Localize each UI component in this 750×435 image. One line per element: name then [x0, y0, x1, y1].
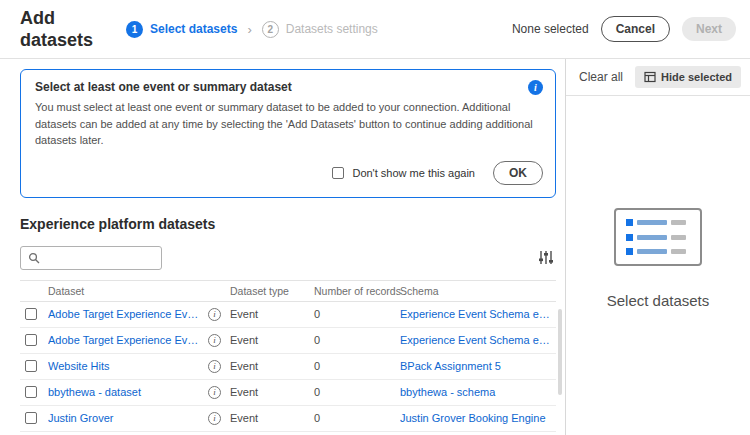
record-count-cell: 0 — [314, 360, 400, 372]
schema-link[interactable]: Experience Event Schema experienc... — [400, 308, 556, 320]
selected-datasets-panel: Clear all Hide selected Select datase — [566, 59, 750, 435]
empty-state: Select datasets — [566, 96, 750, 435]
next-button[interactable]: Next — [682, 17, 736, 41]
filter-settings-icon — [538, 250, 554, 265]
step-1-circle: 1 — [126, 21, 143, 38]
record-count-cell: 0 — [314, 308, 400, 320]
step-2-label: Datasets settings — [286, 22, 378, 36]
page-header: Add datasets 1 Select datasets 2 Dataset… — [0, 0, 750, 59]
step-select-datasets[interactable]: 1 Select datasets — [126, 21, 237, 38]
record-count-cell: 0 — [314, 412, 400, 424]
row-checkbox[interactable] — [25, 308, 37, 320]
row-checkbox[interactable] — [25, 334, 37, 346]
dataset-type-cell: Event — [230, 334, 314, 346]
cancel-button[interactable]: Cancel — [601, 16, 670, 42]
dataset-link[interactable]: Justin Grover — [48, 412, 208, 424]
record-count-cell: 0 — [314, 334, 400, 346]
column-header-dataset-type: Dataset type — [230, 285, 314, 297]
datasets-illustration — [614, 208, 702, 266]
header-actions: None selected Cancel Next — [512, 16, 736, 42]
datasets-toolbar — [20, 246, 556, 270]
row-checkbox[interactable] — [25, 386, 37, 398]
info-alert-header: Select at least one event or summary dat… — [35, 80, 543, 95]
record-count-cell: 0 — [314, 386, 400, 398]
info-alert: Select at least one event or summary dat… — [20, 69, 556, 198]
step-separator-chevron-icon — [247, 22, 251, 37]
step-datasets-settings[interactable]: 2 Datasets settings — [262, 21, 378, 38]
dataset-link[interactable]: Adobe Target Experience Events — [48, 308, 208, 320]
info-circle-icon[interactable] — [208, 386, 221, 399]
filter-settings-button[interactable] — [536, 248, 556, 267]
table-row[interactable]: Adobe Target Experience Events Event 0 E… — [20, 328, 556, 354]
table-row[interactable]: Justin Grover Event 0 Justin Grover Book… — [20, 406, 556, 432]
column-header-dataset: Dataset — [48, 285, 208, 297]
table-header-row: Dataset Dataset type Number of records S… — [20, 280, 556, 302]
dataset-link[interactable]: Website Hits — [48, 360, 208, 372]
row-checkbox[interactable] — [25, 360, 37, 372]
content-area: Select at least one event or summary dat… — [0, 59, 750, 435]
empty-state-label: Select datasets — [607, 292, 710, 309]
column-header-number-of-records: Number of records — [314, 285, 400, 297]
schema-link[interactable]: BPack Assignment 5 — [400, 360, 556, 372]
info-circle-icon[interactable] — [208, 360, 221, 373]
column-header-schema: Schema — [400, 285, 556, 297]
hide-selected-button[interactable]: Hide selected — [635, 66, 741, 88]
info-circle-icon[interactable] — [208, 334, 221, 347]
info-circle-icon[interactable] — [208, 412, 221, 425]
info-circle-icon[interactable] — [208, 308, 221, 321]
dataset-link[interactable]: bbythewa - dataset — [48, 386, 208, 398]
dataset-type-cell: Event — [230, 412, 314, 424]
step-1-label: Select datasets — [150, 22, 237, 36]
selected-panel-toolbar: Clear all Hide selected — [566, 59, 750, 96]
search-input[interactable] — [45, 252, 154, 264]
hide-selected-label: Hide selected — [661, 71, 732, 83]
dont-show-again-checkbox[interactable] — [332, 167, 344, 179]
dataset-type-cell: Event — [230, 386, 314, 398]
schema-link[interactable]: Experience Event Schema experienc... — [400, 334, 556, 346]
table-scrollbar[interactable] — [558, 309, 562, 395]
ok-button[interactable]: OK — [493, 161, 543, 185]
info-alert-footer: Don't show me this again OK — [35, 161, 543, 185]
info-alert-title: Select at least one event or summary dat… — [35, 80, 292, 94]
add-datasets-page: Add datasets 1 Select datasets 2 Dataset… — [0, 0, 750, 435]
table-row[interactable]: Adobe Target Experience Events Event 0 E… — [20, 302, 556, 328]
info-alert-body: You must select at least one event or su… — [35, 99, 540, 149]
table-row[interactable]: bbythewa - dataset Event 0 bbythewa - sc… — [20, 380, 556, 406]
step-list: 1 Select datasets 2 Datasets settings — [126, 21, 378, 38]
search-box — [20, 246, 162, 270]
search-icon — [28, 252, 40, 264]
selection-status: None selected — [512, 22, 589, 36]
row-checkbox[interactable] — [25, 412, 37, 424]
dataset-link[interactable]: Adobe Target Experience Events — [48, 334, 208, 346]
datasets-table: Dataset Dataset type Number of records S… — [20, 280, 556, 435]
datasets-section-heading: Experience platform datasets — [20, 216, 556, 232]
table-row[interactable]: Test Profile Data Set Profile 0 JNH Arti… — [20, 432, 556, 435]
table-row[interactable]: Website Hits Event 0 BPack Assignment 5 — [20, 354, 556, 380]
step-2-circle: 2 — [262, 21, 279, 38]
hide-selected-icon — [644, 71, 656, 83]
dataset-type-cell: Event — [230, 308, 314, 320]
main-panel: Select at least one event or summary dat… — [0, 59, 566, 435]
page-title: Add datasets — [20, 7, 98, 52]
dataset-type-cell: Event — [230, 360, 314, 372]
clear-all-button[interactable]: Clear all — [579, 70, 623, 84]
dont-show-again-label: Don't show me this again — [352, 167, 475, 179]
info-icon — [528, 80, 543, 95]
schema-link[interactable]: Justin Grover Booking Engine — [400, 412, 556, 424]
schema-link[interactable]: bbythewa - schema — [400, 386, 556, 398]
